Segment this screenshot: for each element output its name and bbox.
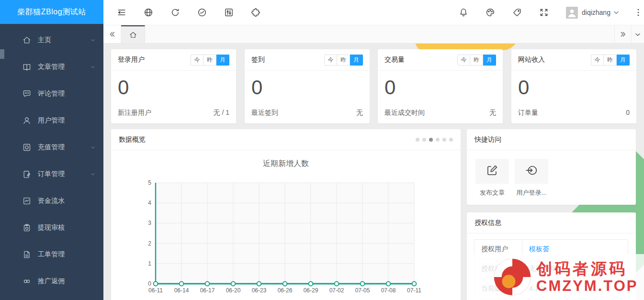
fullscreen-icon[interactable]: [534, 0, 554, 25]
svg-text:07-08: 07-08: [381, 287, 396, 294]
card-footer-value: 无 / 1: [214, 109, 229, 117]
chevron-down-icon: [612, 9, 620, 16]
card-title: 签到: [251, 56, 265, 64]
filter-月-button[interactable]: 月: [216, 55, 229, 66]
card-value: 0: [111, 71, 236, 99]
sidebar-item-referral[interactable]: 推广返佣: [0, 268, 103, 295]
globe-icon[interactable]: [139, 0, 158, 25]
carousel-dot[interactable]: [436, 138, 440, 142]
sidebar-item-recharge[interactable]: 充值管理: [0, 134, 103, 161]
carousel-dot[interactable]: [422, 138, 426, 142]
sidebar-item-users[interactable]: 用户管理: [0, 107, 103, 134]
stat-card: 网站收入 今昨月 0 订单量 0: [511, 49, 636, 123]
sidebar-item-articles[interactable]: 文章管理: [0, 54, 103, 80]
puzzle-icon[interactable]: [246, 0, 265, 25]
referral-icon: [22, 277, 32, 286]
filter-月-button[interactable]: 月: [350, 55, 363, 66]
carousel-dot[interactable]: [416, 138, 419, 142]
carousel-dot[interactable]: [449, 138, 453, 142]
card-filter-group: 今昨月: [591, 55, 630, 66]
comment-icon: [22, 89, 32, 99]
filter-月-button[interactable]: 月: [483, 55, 496, 66]
svg-text:06-26: 06-26: [278, 287, 293, 294]
sidebar-item-comments[interactable]: 评论管理: [0, 80, 103, 107]
filter-昨-button[interactable]: 昨: [337, 55, 350, 66]
card-value: 0: [378, 71, 503, 99]
tabs-scroll-right-icon[interactable]: [614, 25, 631, 43]
data-overview-panel: 数据概览 近期新增人数 01234506-1106-1406-1706-2006…: [111, 129, 461, 300]
chevron-down-icon: [90, 171, 96, 177]
tabs-scroll-left-icon[interactable]: [103, 25, 121, 43]
filter-今-button[interactable]: 今: [457, 55, 470, 66]
gauge-icon[interactable]: [192, 0, 212, 25]
quick-access-panel: 快捷访问 发布文章用户登录...: [467, 129, 636, 205]
stat-card: 登录用户 今昨月 0 新注册用户 无 / 1: [111, 49, 236, 123]
chevron-down-icon: [90, 37, 96, 43]
card-filter-group: 今昨月: [324, 55, 363, 66]
sidebar-item-withdraw-audit[interactable]: 提现审核: [0, 214, 103, 241]
svg-text:1: 1: [148, 260, 151, 267]
sidebar-item-label: 充值管理: [38, 143, 90, 152]
username: diqizhang: [582, 9, 610, 16]
shortcut-publish-article[interactable]: [475, 159, 509, 184]
card-footer-label: 新注册用户: [118, 109, 151, 117]
svg-text:5: 5: [148, 179, 151, 186]
tab-home[interactable]: [121, 25, 145, 43]
svg-text:3: 3: [148, 220, 151, 226]
sidebar-item-label: 主页: [38, 36, 90, 44]
carousel-dots: [413, 138, 453, 142]
svg-text:06-11: 06-11: [148, 287, 163, 294]
filter-今-button[interactable]: 今: [591, 55, 604, 66]
shortcut-user-login[interactable]: [515, 159, 548, 184]
refresh-icon[interactable]: [166, 0, 185, 25]
shortcut-label: 发布文章: [472, 189, 513, 197]
watermark-text: 创码者源码: [536, 260, 638, 278]
palette-icon[interactable]: [481, 0, 500, 25]
ticket-icon: [22, 250, 32, 259]
collapse-menu-icon[interactable]: [112, 0, 131, 25]
withdraw-audit-icon: [22, 223, 32, 233]
card-footer-label: 最近成交时间: [384, 109, 425, 117]
bell-icon[interactable]: [454, 0, 473, 25]
card-footer-value: 0: [626, 109, 630, 117]
filter-昨-button[interactable]: 昨: [203, 55, 216, 66]
tabs-dropdown-icon[interactable]: [631, 25, 644, 43]
user-icon: [22, 116, 32, 125]
sidebar-item-label: 推广返佣: [38, 277, 96, 286]
filter-今-button[interactable]: 今: [324, 55, 337, 66]
user-menu[interactable]: diqizhang: [566, 0, 620, 25]
home-icon: [22, 35, 32, 45]
sidebar-item-home[interactable]: 主页: [0, 27, 103, 54]
stat-card: 交易量 今昨月 0 最近成交时间 无: [378, 49, 503, 123]
card-filter-group: 今昨月: [191, 55, 229, 66]
filter-今-button[interactable]: 今: [191, 55, 203, 66]
sidebar-item-tickets[interactable]: 工单管理: [0, 241, 103, 268]
card-filter-group: 今昨月: [457, 55, 496, 66]
svg-text:0: 0: [148, 280, 151, 287]
tab-bar: [103, 25, 644, 44]
svg-text:07-05: 07-05: [355, 287, 370, 294]
filter-昨-button[interactable]: 昨: [604, 55, 617, 66]
more-menu-icon[interactable]: [629, 0, 644, 25]
sidebar-item-money-flow[interactable]: 资金流水: [0, 188, 103, 214]
tag-icon[interactable]: [508, 0, 527, 25]
sidebar-item-orders[interactable]: 订单管理: [0, 161, 103, 188]
panel-title: 授权信息: [475, 219, 501, 227]
sidebar-item-label: 资金流水: [38, 197, 96, 205]
card-value: 0: [245, 71, 370, 99]
card-footer-label: 订单量: [518, 109, 538, 117]
top-toolbar: diqizhang: [103, 0, 644, 25]
card-footer-label: 最近签到: [251, 109, 278, 117]
carousel-dot[interactable]: [429, 138, 433, 142]
filter-昨-button[interactable]: 昨: [470, 55, 483, 66]
sidebar-edge-notch: [0, 49, 4, 59]
avatar: [566, 7, 578, 19]
sidebar: 柴郡猫ZBlog测试站 主页文章管理评论管理用户管理充值管理订单管理资金流水提现…: [0, 0, 103, 300]
filter-icon[interactable]: [219, 0, 238, 25]
user-login-icon: [525, 164, 538, 179]
site-logo[interactable]: 柴郡猫ZBlog测试站: [0, 0, 103, 24]
carousel-dot[interactable]: [442, 138, 446, 142]
svg-text:06-17: 06-17: [200, 287, 215, 294]
filter-月-button[interactable]: 月: [617, 55, 630, 66]
home-icon: [129, 31, 137, 39]
